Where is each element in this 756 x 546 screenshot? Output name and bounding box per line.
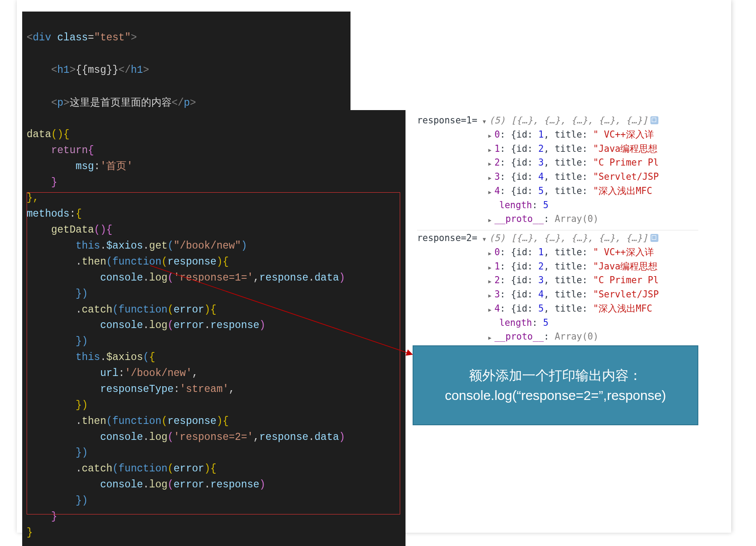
copy-icon[interactable] [650,234,658,242]
console-item[interactable]: 0: {id: 1, title: " VC++深入详 [417,245,698,260]
annotation-line-2: console.log(“response=2=”,response) [422,385,689,405]
console-header[interactable]: response=1= (5) [{…}, {…}, {…}, {…}, {…}… [417,114,698,128]
tag: div [33,32,51,44]
code-block-script: data(){ return{ msg:'首页' } }, methods:{ … [22,110,406,546]
attr: class [57,32,88,44]
console-proto[interactable]: __proto__: Array(0) [417,330,698,344]
console-length: length: 5 [417,198,698,213]
console-item[interactable]: 3: {id: 4, title: "Servlet/JSP [417,170,698,184]
console-item[interactable]: 4: {id: 5, title: "深入浅出MFC [417,184,698,198]
console-item[interactable]: 1: {id: 2, title: "Java编程思想 [417,260,698,274]
console-item[interactable]: 4: {id: 5, title: "深入浅出MFC [417,302,698,316]
annotation-line-1: 额外添加一个打印输出内容： [422,365,689,385]
prop-msg: msg [75,161,94,172]
kw-return: return [51,145,88,156]
page: <div class="test"> <h1>{{msg}}</h1> <p>这… [17,0,731,533]
string: "test" [94,32,131,44]
fn-data: data [27,129,51,140]
console-group: response=1= (5) [{…}, {…}, {…}, {…}, {…}… [417,114,698,227]
mustache: {{msg}} [75,64,118,76]
console-header[interactable]: response=2= (5) [{…}, {…}, {…}, {…}, {…}… [417,231,698,245]
angle-open: < [27,32,33,44]
console-output: response=1= (5) [{…}, {…}, {…}, {…}, {…}… [417,114,698,345]
console-item[interactable]: 2: {id: 3, title: "C Primer Pl [417,273,698,288]
string-response1: 'response=1=' [173,272,253,284]
console-item[interactable]: 1: {id: 2, title: "Java编程思想 [417,142,698,156]
annotation-callout: 额外添加一个打印输出内容： console.log(“response=2=”,… [413,345,698,425]
prop-methods: methods [27,208,70,220]
paragraph-text: 这里是首页里面的内容 [70,97,172,109]
fn-getdata: getData [51,224,94,236]
console-item[interactable]: 0: {id: 1, title: " VC++深入详 [417,128,698,142]
console-item[interactable]: 2: {id: 3, title: "C Primer Pl [417,156,698,170]
console-length: length: 5 [417,316,698,330]
copy-icon[interactable] [650,116,658,124]
string-response2: 'response=2=' [173,431,253,443]
separator [417,230,698,230]
console-item[interactable]: 3: {id: 4, title: "Servlet/JSP [417,288,698,302]
console-group: response=2= (5) [{…}, {…}, {…}, {…}, {…}… [417,231,698,345]
console-proto[interactable]: __proto__: Array(0) [417,212,698,226]
